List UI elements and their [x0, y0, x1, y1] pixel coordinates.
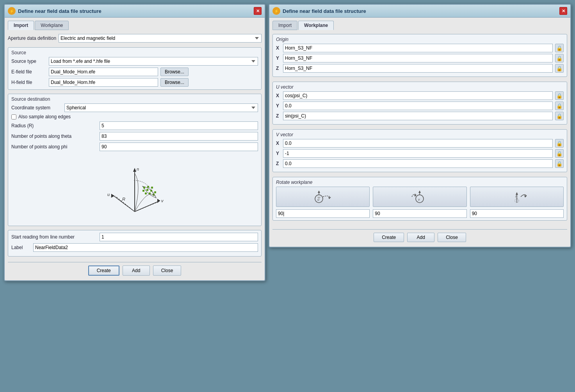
- svg-marker-6: [157, 199, 160, 203]
- u-y-input[interactable]: [283, 102, 553, 110]
- svg-text:n: n: [137, 167, 139, 171]
- right-tab-import[interactable]: Import: [272, 21, 297, 30]
- dest-section: Source destination Coordinate system Sph…: [8, 94, 262, 226]
- efield-browse-btn[interactable]: Browse...: [160, 68, 189, 76]
- origin-z-lock[interactable]: 🔒: [555, 64, 564, 73]
- v-y-row: Y 🔒: [276, 149, 564, 158]
- v-z-label: Z: [276, 161, 281, 166]
- hfield-row: H-field file Browse...: [11, 78, 258, 87]
- left-add-btn[interactable]: Add: [123, 265, 150, 276]
- origin-title: Origin: [276, 37, 564, 42]
- efield-input[interactable]: [49, 68, 158, 76]
- origin-group: Origin X 🔒 Y 🔒 Z 🔒: [272, 34, 567, 77]
- rotate-inputs: [276, 209, 564, 218]
- u-y-label: Y: [276, 103, 281, 109]
- v-x-lock[interactable]: 🔒: [555, 139, 564, 148]
- u-x-lock[interactable]: 🔒: [555, 91, 564, 100]
- left-dialog-title: Define near field data file structure: [18, 8, 251, 14]
- checkbox-label: Also sample along edges: [18, 114, 71, 119]
- u-y-lock[interactable]: 🔒: [555, 102, 564, 110]
- rotate-u-icon: u: [311, 189, 335, 205]
- right-close-button[interactable]: ✕: [559, 7, 567, 15]
- left-close-button[interactable]: ✕: [254, 7, 262, 15]
- u-x-label: X: [276, 93, 281, 98]
- svg-line-5: [135, 201, 160, 212]
- u-z-input[interactable]: [283, 112, 553, 120]
- right-dialog-title: Define near field data file structure: [283, 8, 557, 14]
- v-z-lock[interactable]: 🔒: [555, 159, 564, 168]
- left-dialog-body: Import Workplane Aperture data definitio…: [5, 18, 265, 280]
- right-title-bar: ⚡ Define near field data file structure …: [269, 5, 570, 18]
- u-vector-title: U vector: [276, 84, 564, 90]
- origin-x-input[interactable]: [283, 44, 553, 52]
- origin-z-label: Z: [276, 66, 281, 71]
- v-x-label: X: [276, 141, 281, 146]
- v-y-input[interactable]: [283, 149, 553, 158]
- radius-row: Radius (R): [11, 121, 258, 130]
- origin-y-lock[interactable]: 🔒: [555, 54, 564, 62]
- right-bottom-buttons: Create Add Close: [272, 229, 567, 244]
- phi-input[interactable]: [100, 143, 258, 151]
- v-y-lock[interactable]: 🔒: [555, 149, 564, 158]
- svg-rect-13: [143, 187, 145, 189]
- right-add-btn[interactable]: Add: [407, 233, 434, 242]
- svg-text:v: v: [161, 198, 164, 203]
- left-bottom-buttons: Create Add Close: [8, 262, 262, 277]
- v-z-input[interactable]: [283, 159, 553, 168]
- right-tab-bar: Import Workplane: [272, 21, 567, 30]
- radius-input[interactable]: [100, 121, 258, 130]
- source-type-row: Source type Load from *.efe and *.hfe fi…: [11, 57, 258, 66]
- left-tab-workplane[interactable]: Workplane: [35, 21, 69, 30]
- coord-row: Coordinate system Spherical: [11, 103, 258, 112]
- u-x-row: X 🔒: [276, 91, 564, 100]
- v-z-row: Z 🔒: [276, 159, 564, 168]
- v-x-row: X 🔒: [276, 139, 564, 148]
- left-close-btn[interactable]: Close: [153, 265, 182, 276]
- rotate-n-btn[interactable]: n: [470, 187, 564, 207]
- origin-z-input[interactable]: [283, 64, 553, 73]
- rotate-v-btn[interactable]: v: [373, 187, 466, 207]
- u-vector-group: U vector X 🔒 Y 🔒 Z 🔒: [272, 82, 567, 125]
- aperture-select[interactable]: Electric and magnetic field: [59, 34, 262, 43]
- rotate-u-input[interactable]: [276, 209, 370, 218]
- source-type-label: Source type: [11, 59, 46, 64]
- rotate-v-input[interactable]: [373, 209, 466, 218]
- right-create-btn[interactable]: Create: [374, 233, 404, 242]
- left-dialog: ⚡ Define near field data file structure …: [4, 4, 265, 281]
- origin-y-label: Y: [276, 55, 281, 61]
- v-vector-group: V vector X 🔒 Y 🔒 Z 🔒: [272, 129, 567, 172]
- left-create-btn[interactable]: Create: [88, 265, 119, 276]
- sample-edges-checkbox[interactable]: [11, 114, 16, 119]
- theta-input[interactable]: [100, 132, 258, 141]
- u-z-lock[interactable]: 🔒: [555, 112, 564, 120]
- origin-x-lock[interactable]: 🔒: [555, 44, 564, 52]
- right-dialog: ⚡ Define near field data file structure …: [269, 4, 571, 248]
- coord-select[interactable]: Spherical: [64, 103, 258, 112]
- rotate-u-btn[interactable]: u: [276, 187, 370, 207]
- start-line-input[interactable]: [100, 233, 258, 241]
- source-type-select[interactable]: Load from *.efe and *.hfe file: [49, 57, 258, 66]
- v-x-input[interactable]: [283, 139, 553, 148]
- aperture-label: Aperture data definition: [8, 36, 56, 41]
- label-label: Label: [11, 245, 31, 250]
- u-x-input[interactable]: [283, 91, 553, 100]
- origin-y-row: Y 🔒: [276, 54, 564, 62]
- left-tab-import[interactable]: Import: [8, 21, 34, 30]
- origin-x-row: X 🔒: [276, 44, 564, 52]
- origin-y-input[interactable]: [283, 54, 553, 62]
- radius-label: Radius (R): [11, 123, 97, 128]
- svg-text:u: u: [107, 192, 110, 197]
- right-tab-workplane[interactable]: Workplane: [298, 21, 334, 30]
- right-dialog-icon: ⚡: [272, 7, 280, 15]
- rotate-n-input[interactable]: [470, 209, 564, 218]
- right-close-btn[interactable]: Close: [438, 233, 466, 242]
- label-row: Label: [11, 243, 258, 252]
- phi-row: Number of points along phi: [11, 143, 258, 151]
- svg-marker-25: [318, 191, 320, 193]
- hfield-input[interactable]: [49, 78, 158, 87]
- svg-text:v: v: [418, 198, 420, 201]
- rotate-v-icon: v: [408, 189, 431, 205]
- efield-row: E-field file Browse...: [11, 68, 258, 76]
- label-input[interactable]: [33, 243, 258, 252]
- hfield-browse-btn[interactable]: Browse...: [160, 78, 189, 87]
